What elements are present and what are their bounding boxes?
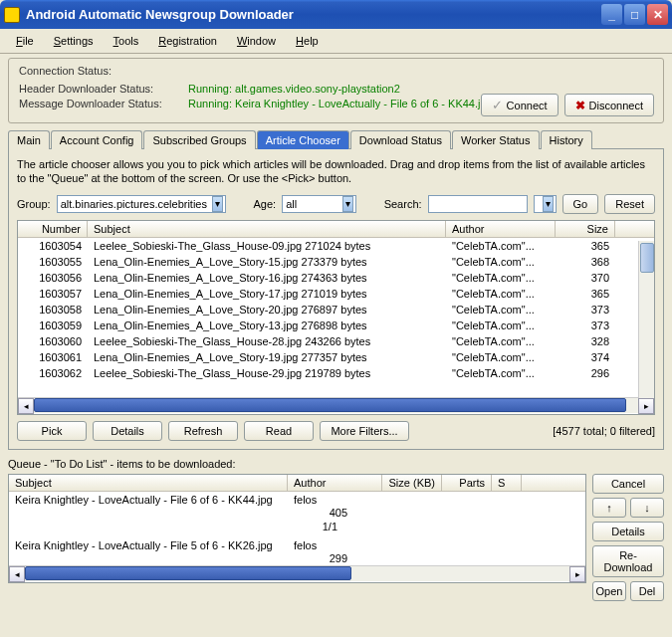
vertical-scrollbar[interactable]	[638, 241, 654, 402]
read-button[interactable]: Read	[244, 421, 314, 441]
tab-article-chooser[interactable]: Article Chooser	[257, 130, 349, 149]
tab-download-status[interactable]: Download Status	[350, 130, 451, 149]
tab-worker-status[interactable]: Worker Status	[452, 130, 540, 149]
maximize-button[interactable]: □	[624, 4, 645, 25]
article-table-header: Number Subject Author Size	[18, 221, 654, 238]
details-button[interactable]: Details	[93, 421, 162, 441]
queue-table-body[interactable]: Keira Knightley - LoveActually - File 6 …	[9, 492, 585, 565]
queue-table-header: Subject Author Size (KB) Parts S	[9, 475, 585, 492]
move-down-button[interactable]: ↓	[630, 498, 664, 518]
close-button[interactable]: ✕	[647, 4, 668, 25]
tab-account-config[interactable]: Account Config	[51, 130, 143, 149]
qcol-author[interactable]: Author	[288, 475, 382, 491]
scroll-right-button[interactable]: ▸	[638, 398, 654, 414]
qcol-parts[interactable]: Parts	[442, 475, 492, 491]
delete-button[interactable]: Del	[630, 581, 664, 601]
qcol-subject[interactable]: Subject	[9, 475, 288, 491]
table-row[interactable]: 1603057Lena_Olin-Enemies_A_Love_Story-17…	[18, 286, 654, 302]
tab-main[interactable]: Main	[8, 130, 50, 149]
table-row[interactable]: 1603056Lena_Olin-Enemies_A_Love_Story-16…	[18, 270, 654, 286]
age-label: Age:	[254, 198, 277, 210]
queue-label: Queue - "To Do List" - items to be downl…	[8, 458, 664, 470]
app-icon	[4, 7, 20, 23]
table-row[interactable]: 1603054Leelee_Sobieski-The_Glass_House-0…	[18, 238, 654, 254]
table-row[interactable]: 1603055Lena_Olin-Enemies_A_Love_Story-15…	[18, 254, 654, 270]
total-filtered-label: [4577 total; 0 filtered]	[553, 425, 655, 437]
menu-file[interactable]: File	[8, 33, 42, 49]
cancel-button[interactable]: Cancel	[592, 474, 664, 494]
tab-subscribed-groups[interactable]: Subscribed Groups	[143, 130, 255, 149]
search-input[interactable]	[428, 195, 528, 213]
go-button[interactable]: Go	[562, 194, 599, 214]
queue-scroll-left-button[interactable]: ◂	[9, 566, 25, 582]
table-row[interactable]: 1603058Lena_Olin-Enemies_A_Love_Story-20…	[18, 302, 654, 318]
check-icon: ✓	[492, 98, 503, 112]
menu-tools[interactable]: Tools	[106, 33, 147, 49]
message-downloader-label: Message Downloader Status:	[19, 98, 188, 109]
article-chooser-panel: The article chooser allows you you to pi…	[8, 148, 664, 450]
table-row[interactable]: 1603062Leelee_Sobieski-The_Glass_House-2…	[18, 365, 654, 381]
header-downloader-value: Running: alt.games.video.sony-playstatio…	[188, 83, 400, 95]
menu-registration[interactable]: Registration	[150, 33, 225, 49]
queue-scroll-right-button[interactable]: ▸	[569, 566, 585, 582]
table-row[interactable]: 1603061Lena_Olin-Enemies_A_Love_Story-19…	[18, 349, 654, 365]
pick-button[interactable]: Pick	[17, 421, 87, 441]
group-combo[interactable]: alt.binaries.pictures.celebrities	[57, 195, 226, 213]
col-size[interactable]: Size	[556, 221, 615, 237]
queue-side-buttons: Cancel ↑ ↓ Details Re-Download Open Del	[592, 474, 664, 601]
search-label: Search:	[384, 198, 422, 210]
help-text: The article chooser allows you you to pi…	[17, 157, 655, 186]
age-combo[interactable]: all	[282, 195, 356, 213]
col-number[interactable]: Number	[18, 221, 88, 237]
tab-history[interactable]: History	[541, 130, 592, 149]
article-table: Number Subject Author Size 1603054Leelee…	[17, 220, 655, 415]
table-row[interactable]: 1603059Lena_Olin-Enemies_A_Love_Story-13…	[18, 318, 654, 333]
disconnect-label: Disconnect	[589, 100, 643, 111]
search-history-combo[interactable]	[534, 195, 557, 213]
open-button[interactable]: Open	[592, 581, 626, 601]
group-label: Group:	[17, 198, 51, 210]
col-author[interactable]: Author	[446, 221, 556, 237]
reset-button[interactable]: Reset	[604, 194, 655, 214]
connection-status-label: Connection Status:	[19, 65, 653, 77]
scroll-left-button[interactable]: ◂	[18, 398, 34, 414]
disconnect-button[interactable]: ✖Disconnect	[564, 94, 654, 116]
table-row[interactable]: 1603060Leelee_Sobieski-The_Glass_House-2…	[18, 333, 654, 349]
horizontal-scrollbar[interactable]	[18, 397, 654, 413]
connect-label: Connect	[507, 100, 548, 111]
qcol-status[interactable]: S	[492, 475, 522, 491]
header-downloader-label: Header Downloader Status:	[19, 83, 188, 95]
menu-window[interactable]: Window	[229, 33, 284, 49]
table-row[interactable]: Keira Knightley - LoveActually - File 5 …	[9, 537, 585, 565]
redownload-button[interactable]: Re-Download	[592, 545, 664, 577]
qcol-size[interactable]: Size (KB)	[382, 475, 442, 491]
x-icon: ✖	[575, 99, 585, 112]
move-up-button[interactable]: ↑	[592, 498, 626, 518]
more-filters-button[interactable]: More Filters...	[320, 421, 409, 441]
refresh-button[interactable]: Refresh	[168, 421, 238, 441]
col-subject[interactable]: Subject	[88, 221, 446, 237]
menu-settings[interactable]: Settings	[46, 33, 102, 49]
minimize-button[interactable]: _	[601, 4, 622, 25]
queue-table: Subject Author Size (KB) Parts S Keira K…	[8, 474, 586, 583]
table-row[interactable]: Keira Knightley - LoveActually - File 6 …	[9, 492, 585, 537]
titlebar: Android Automatic Newsgroup Downloader _…	[0, 0, 672, 29]
message-downloader-value: Running: Keira Knightley - LoveActually …	[188, 98, 493, 109]
window-title: Android Automatic Newsgroup Downloader	[26, 7, 601, 22]
menu-help[interactable]: Help	[288, 33, 327, 49]
connect-button[interactable]: ✓Connect	[481, 94, 559, 116]
queue-horizontal-scrollbar[interactable]	[9, 565, 585, 581]
queue-details-button[interactable]: Details	[592, 522, 664, 541]
menubar: FileSettingsToolsRegistrationWindowHelp	[0, 29, 672, 54]
article-table-body[interactable]: 1603054Leelee_Sobieski-The_Glass_House-0…	[18, 238, 654, 397]
tab-strip: MainAccount ConfigSubscribed GroupsArtic…	[8, 129, 664, 148]
